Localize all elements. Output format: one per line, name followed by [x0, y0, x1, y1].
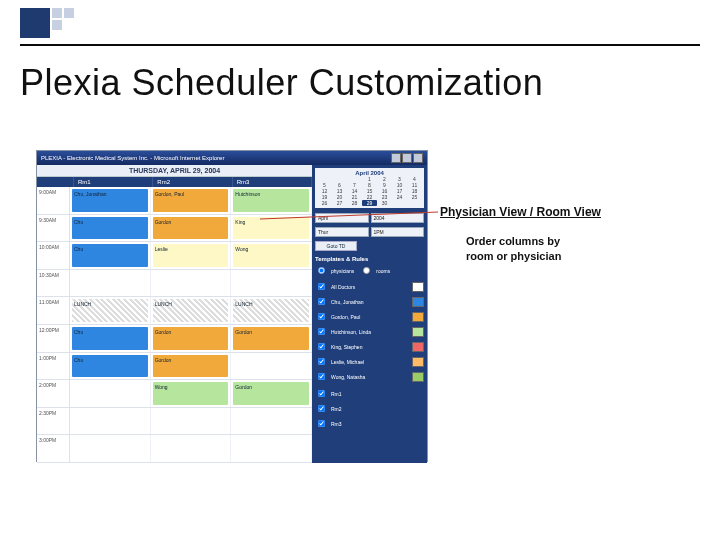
appointment[interactable]: Gordon — [153, 355, 229, 378]
appointment[interactable]: Chu — [72, 217, 148, 240]
annotation-heading: Physician View / Room View — [440, 205, 601, 219]
doctor-name: Chu, Jonathan — [331, 299, 364, 305]
time-label: 9:30AM — [37, 215, 70, 242]
window-titlebar: PLEXIA - Electronic Medical System Inc. … — [37, 151, 427, 165]
panel-section-label: Templates & Rules — [315, 256, 424, 262]
lunch-block: LUNCH — [153, 299, 229, 322]
doctor-row[interactable]: Gordon, Paul — [315, 310, 424, 323]
year-select[interactable]: 2004 — [371, 213, 425, 223]
appointment[interactable]: Gordon, Paul — [153, 189, 229, 212]
room-name: Rm1 — [331, 391, 342, 397]
doctor-checkbox[interactable] — [318, 328, 325, 335]
room-checkbox[interactable] — [318, 420, 325, 427]
doctor-checkbox[interactable] — [318, 358, 325, 365]
time-label: 10:30AM — [37, 270, 70, 297]
appointment[interactable]: Hutchinson — [233, 189, 309, 212]
lunch-block: LUNCH — [233, 299, 309, 322]
month-select[interactable]: April — [315, 213, 369, 223]
annotation-body: Order columns by room or physician — [466, 234, 561, 264]
schedule-panel: THURSDAY, APRIL 29, 2004 Rm1 Rm2 Rm3 9:0… — [37, 165, 312, 463]
doctor-row[interactable]: Chu, Jonathan — [315, 295, 424, 308]
room-checkbox[interactable] — [318, 390, 325, 397]
color-swatch — [412, 297, 424, 307]
side-panel: April 2004 12345678910111213141516171819… — [312, 165, 427, 463]
appointment[interactable]: Gordon — [153, 217, 229, 240]
minimize-icon[interactable] — [391, 153, 401, 163]
doctor-name: Hutchinson, Linda — [331, 329, 371, 335]
time-label: 1:00PM — [37, 353, 70, 380]
doctor-name: King, Stephen — [331, 344, 362, 350]
doctor-name: Leslie, Michael — [331, 359, 364, 365]
column-headers: Rm1 Rm2 Rm3 — [37, 177, 312, 187]
radio-physicians[interactable] — [318, 267, 325, 274]
time-label: 11:00AM — [37, 297, 70, 324]
appointment[interactable]: Chu, Jonathan — [72, 189, 148, 212]
lunch-block: LUNCH — [72, 299, 148, 322]
appointment[interactable]: Chu — [72, 327, 148, 350]
radio-label: rooms — [376, 268, 390, 274]
doctor-name: Gordon, Paul — [331, 314, 360, 320]
radio-label: physicians — [331, 268, 354, 274]
appointment[interactable]: Gordon — [233, 382, 309, 405]
appointment[interactable]: Wong — [233, 244, 309, 267]
color-swatch — [412, 357, 424, 367]
radio-rooms[interactable] — [364, 267, 371, 274]
slide: Plexia Scheduler Customization PLEXIA - … — [0, 0, 720, 540]
room-row[interactable]: Rm3 — [315, 417, 424, 430]
appointment[interactable]: Chu — [72, 355, 148, 378]
appointment[interactable]: Chu — [72, 244, 148, 267]
doctor-row[interactable]: King, Stephen — [315, 340, 424, 353]
color-swatch — [412, 372, 424, 382]
maximize-icon[interactable] — [402, 153, 412, 163]
time-label: 10:00AM — [37, 242, 70, 269]
time-label: 2:00PM — [37, 380, 70, 407]
slide-title: Plexia Scheduler Customization — [20, 62, 543, 104]
doctor-checkbox[interactable] — [318, 373, 325, 380]
schedule-grid: 9:00AM Chu, Jonathan Gordon, Paul Hutchi… — [37, 187, 312, 463]
window-title: PLEXIA - Electronic Medical System Inc. … — [41, 155, 224, 161]
app-screenshot: PLEXIA - Electronic Medical System Inc. … — [36, 150, 428, 462]
column-header[interactable]: Rm2 — [153, 177, 232, 187]
doctor-checkbox[interactable] — [318, 343, 325, 350]
time-label: 2:30PM — [37, 408, 70, 435]
doctor-checkbox[interactable] — [318, 313, 325, 320]
time-select[interactable]: 1PM — [371, 227, 425, 237]
doctor-checkbox[interactable] — [318, 298, 325, 305]
doctor-checkbox[interactable] — [318, 283, 325, 290]
room-list: Rm1Rm2Rm3 — [315, 387, 424, 430]
day-select[interactable]: Thur — [315, 227, 369, 237]
color-swatch — [412, 312, 424, 322]
appointment[interactable]: Gordon — [233, 327, 309, 350]
view-toggle[interactable]: physicians rooms — [315, 264, 424, 277]
goto-button[interactable]: Goto TD — [315, 241, 357, 251]
date-header: THURSDAY, APRIL 29, 2004 — [37, 165, 312, 177]
room-checkbox[interactable] — [318, 405, 325, 412]
doctor-row[interactable]: Wong, Natasha — [315, 370, 424, 383]
time-label: 9:00AM — [37, 187, 70, 214]
time-label: 12:00PM — [37, 325, 70, 352]
room-name: Rm3 — [331, 421, 342, 427]
color-swatch — [412, 282, 424, 292]
room-name: Rm2 — [331, 406, 342, 412]
appointment[interactable]: King — [233, 217, 309, 240]
appointment[interactable]: Gordon — [153, 327, 229, 350]
month-calendar[interactable]: April 2004 12345678910111213141516171819… — [315, 168, 424, 208]
window-buttons — [391, 153, 423, 163]
horizontal-rule — [20, 44, 700, 46]
doctor-row[interactable]: Hutchinson, Linda — [315, 325, 424, 338]
appointment[interactable]: Leslie — [153, 244, 229, 267]
doctor-row[interactable]: All Doctors — [315, 280, 424, 293]
calendar-table[interactable]: 1234567891011121314151617181920212223242… — [317, 176, 422, 206]
column-header[interactable]: Rm1 — [74, 177, 153, 187]
close-icon[interactable] — [413, 153, 423, 163]
column-spacer — [37, 177, 74, 187]
room-row[interactable]: Rm1 — [315, 387, 424, 400]
time-label: 3:00PM — [37, 435, 70, 462]
doctor-row[interactable]: Leslie, Michael — [315, 355, 424, 368]
doctor-list: All DoctorsChu, JonathanGordon, PaulHutc… — [315, 280, 424, 383]
column-header[interactable]: Rm3 — [233, 177, 312, 187]
doctor-name: Wong, Natasha — [331, 374, 365, 380]
room-row[interactable]: Rm2 — [315, 402, 424, 415]
appointment[interactable]: Wong — [153, 382, 229, 405]
color-swatch — [412, 327, 424, 337]
